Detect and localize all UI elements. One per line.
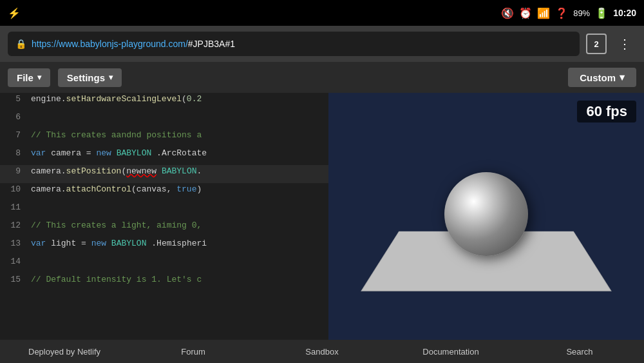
- line-num-7: 7: [0, 130, 31, 140]
- bolt-icon: ⚡: [8, 7, 21, 19]
- nav-item-forum[interactable]: Forum: [129, 342, 258, 362]
- nav-item-netlify[interactable]: Deployed by Netlify: [0, 342, 129, 362]
- line-num-15: 15: [0, 275, 31, 284]
- file-chevron-icon: ▾: [37, 73, 41, 82]
- url-hash: #JPJB3A#1: [188, 39, 235, 49]
- browser-menu-button[interactable]: ⋮: [613, 34, 636, 54]
- file-button[interactable]: File ▾: [8, 68, 50, 87]
- url-text: https://www.babylonjs-playground.com/#JP…: [32, 39, 235, 49]
- status-bar: ⚡ 🔇 ⏰ 📶 ❓ 89% 🔋 10:20: [0, 0, 644, 26]
- code-line-7: 7 // This creates aandnd positions a: [0, 129, 328, 147]
- code-line-10: 10 camera.attachControl(canvas, true): [0, 183, 328, 201]
- nav-item-documentation[interactable]: Documentation: [386, 342, 515, 362]
- alarm-icon: ⏰: [519, 7, 532, 19]
- line-content-12: // This creates a light, aiming 0,: [31, 221, 202, 230]
- url-bar: 🔒 https://www.babylonjs-playground.com/#…: [0, 26, 644, 62]
- tab-count-badge[interactable]: 2: [586, 34, 607, 54]
- code-line-9: 9 camera.setPosition(newnew BABYLON.: [0, 165, 328, 183]
- url-base: https://www.babylonjs-playground.com/: [32, 39, 188, 49]
- custom-button[interactable]: Custom ▾: [568, 68, 636, 87]
- line-content-15: // Default intensity is 1. Let's c: [31, 275, 202, 284]
- line-num-12: 12: [0, 221, 31, 230]
- file-label: File: [17, 72, 33, 83]
- settings-button[interactable]: Settings ▾: [58, 68, 122, 87]
- code-line-12: 12 // This creates a light, aiming 0,: [0, 219, 328, 237]
- settings-chevron-icon: ▾: [109, 73, 113, 82]
- code-editor[interactable]: 5 engine.setHardwareScalingLevel(0.2 6 7…: [0, 93, 328, 340]
- battery-icon: 🔋: [595, 7, 608, 19]
- line-content-5: engine.setHardwareScalingLevel(0.2: [31, 94, 202, 104]
- wifi-icon: 📶: [537, 7, 550, 19]
- clock: 10:20: [613, 8, 636, 18]
- code-line-15: 15 // Default intensity is 1. Let's c: [0, 273, 328, 291]
- main-content: 5 engine.setHardwareScalingLevel(0.2 6 7…: [0, 93, 644, 340]
- scene-container: [328, 93, 644, 340]
- line-num-5: 5: [0, 94, 31, 104]
- line-num-8: 8: [0, 148, 31, 158]
- line-num-11: 11: [0, 202, 31, 212]
- toolbar: File ▾ Settings ▾ Custom ▾: [0, 62, 644, 93]
- code-line-5: 5 engine.setHardwareScalingLevel(0.2: [0, 93, 328, 111]
- line-content-13: var light = new BABYLON .Hemispheri: [31, 239, 207, 248]
- sphere-mesh: [444, 172, 528, 256]
- code-line-13: 13 var light = new BABYLON .Hemispheri: [0, 237, 328, 255]
- line-num-10: 10: [0, 184, 31, 194]
- code-line-6: 6: [0, 111, 328, 129]
- code-line-11: 11: [0, 201, 328, 219]
- line-content-9: camera.setPosition(newnew BABYLON.: [31, 166, 202, 176]
- code-line-14: 14: [0, 255, 328, 273]
- custom-chevron-icon: ▾: [620, 72, 625, 83]
- line-content-10: camera.attachControl(canvas, true): [31, 184, 202, 194]
- settings-label: Settings: [67, 72, 105, 83]
- url-input[interactable]: 🔒 https://www.babylonjs-playground.com/#…: [8, 32, 580, 56]
- status-bar-left: ⚡: [8, 7, 21, 19]
- status-bar-right: 🔇 ⏰ 📶 ❓ 89% 🔋 10:20: [501, 7, 636, 19]
- mute-icon: 🔇: [501, 7, 514, 19]
- viewport[interactable]: 60 fps: [328, 93, 644, 340]
- line-content-7: // This creates aandnd positions a: [31, 130, 202, 140]
- custom-label: Custom: [580, 72, 616, 83]
- line-num-14: 14: [0, 257, 31, 266]
- nav-item-search[interactable]: Search: [515, 342, 644, 362]
- line-content-8: var camera = new BABYLON .ArcRotate: [31, 148, 207, 158]
- line-num-9: 9: [0, 166, 31, 176]
- line-num-13: 13: [0, 239, 31, 248]
- code-line-8: 8 var camera = new BABYLON .ArcRotate: [0, 147, 328, 165]
- help-icon: ❓: [555, 7, 568, 19]
- line-num-6: 6: [0, 112, 31, 122]
- lock-icon: 🔒: [15, 39, 26, 49]
- nav-item-sandbox[interactable]: Sandbox: [258, 342, 386, 362]
- bottom-nav: Deployed by Netlify Forum Sandbox Docume…: [0, 340, 644, 363]
- battery-percentage: 89%: [573, 8, 590, 18]
